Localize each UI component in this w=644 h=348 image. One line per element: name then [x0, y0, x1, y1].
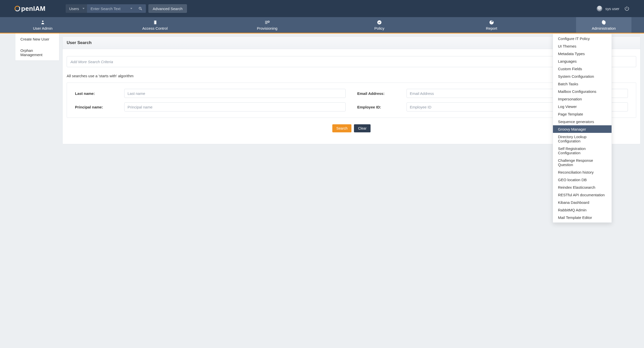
dropdown-item[interactable]: Self Registration Configuration	[553, 145, 612, 157]
power-icon[interactable]	[624, 6, 629, 11]
dropdown-item[interactable]: UI Themes	[553, 42, 612, 50]
avatar-icon	[597, 6, 602, 11]
caret-down-icon	[130, 8, 132, 9]
dropdown-item[interactable]: Reconciliation history	[553, 168, 612, 176]
advanced-search-button[interactable]: Advanced Search	[148, 4, 187, 13]
sidebar-item-label: Create New User	[20, 37, 49, 41]
entity-select[interactable]: Users	[66, 4, 87, 13]
dropdown-item[interactable]: Page Template	[553, 110, 612, 118]
checklist-icon	[264, 20, 270, 25]
field-label: Employee ID:	[357, 105, 407, 109]
actions: Search Clear	[67, 118, 636, 139]
dropdown-item[interactable]: Metadata Types	[553, 50, 612, 57]
svg-line-1	[141, 9, 142, 10]
user-icon	[40, 20, 46, 25]
field-label: Email Address:	[357, 91, 407, 96]
dropdown-item[interactable]: Mailbox Configurations	[553, 88, 612, 95]
principal-input[interactable]	[124, 102, 346, 111]
nav-report[interactable]: Report	[464, 17, 519, 33]
svg-rect-6	[265, 22, 267, 23]
pie-icon	[489, 20, 494, 25]
dropdown-item[interactable]: Sequence generators	[553, 118, 612, 125]
search-hint: All searches use a 'starts with' algorit…	[67, 74, 636, 78]
sidebar-item-orphan-management[interactable]: Orphan Management	[15, 45, 59, 60]
search-button[interactable]: Search	[332, 124, 351, 132]
topbar: penIAM Users Enter Search Text Advanced …	[0, 0, 644, 17]
dropdown-item[interactable]: RabbitMQ Admin	[553, 206, 612, 214]
nav-label: User Admin	[33, 26, 53, 30]
nav-administration[interactable]: Administration	[576, 17, 631, 33]
nav-label: Administration	[592, 26, 616, 30]
navbar: User Admin Access Control Provisioning P…	[0, 17, 644, 33]
nav-label: Provisioning	[257, 26, 277, 30]
field-label: Last name:	[75, 91, 124, 96]
topbar-right: sys user	[597, 6, 629, 11]
page: Create New User Orphan Management User S…	[0, 33, 644, 144]
nav-label: Report	[486, 26, 497, 30]
svg-point-9	[377, 20, 382, 24]
dropdown-item[interactable]: Languages	[553, 57, 612, 65]
check-circle-icon	[377, 20, 382, 25]
user-menu[interactable]: sys user	[597, 6, 619, 11]
sidebar-item-label: Orphan Management	[20, 48, 43, 57]
clear-button[interactable]: Clear	[354, 124, 370, 132]
field-last-name: Last name:	[75, 89, 346, 98]
search-button[interactable]	[135, 4, 146, 13]
dropdown-item[interactable]: GEO location DB	[553, 176, 612, 183]
logo-arc-icon	[15, 6, 20, 11]
dropdown-item[interactable]: Groovy Manager	[553, 125, 612, 133]
search-cluster: Users Enter Search Text Advanced Search	[66, 4, 187, 13]
entity-select-label: Users	[69, 7, 79, 11]
dropdown-item[interactable]: Reindex Elasticsearch	[553, 183, 612, 191]
field-label: Principal name:	[75, 105, 124, 109]
dropdown-item[interactable]: RESTful API documentation	[553, 191, 612, 199]
search-fields: Last name: Email Address: Principal name…	[67, 83, 636, 118]
svg-rect-7	[265, 23, 267, 24]
svg-point-0	[139, 7, 141, 9]
dropdown-item[interactable]: Log Viewer	[553, 103, 612, 110]
last-name-input[interactable]	[124, 89, 346, 98]
global-search-placeholder: Enter Search Text	[91, 7, 120, 11]
dropdown-item[interactable]: Challenge Response Question	[553, 157, 612, 168]
nav-user-admin[interactable]: User Admin	[15, 17, 70, 33]
dropdown-item[interactable]: Directory Lookup Configuration	[553, 133, 612, 145]
nav-provisioning[interactable]: Provisioning	[239, 17, 295, 33]
gear-icon	[601, 20, 607, 25]
criteria-input[interactable]	[67, 56, 636, 67]
dropdown-item[interactable]: Impersonation	[553, 95, 612, 103]
svg-point-2	[42, 20, 44, 22]
sidebar: Create New User Orphan Management	[0, 33, 59, 144]
dropdown-item[interactable]: System Configuration	[553, 72, 612, 80]
book-icon	[152, 20, 158, 25]
nav-policy[interactable]: Policy	[352, 17, 407, 33]
logo[interactable]: penIAM	[15, 5, 46, 13]
dropdown-item[interactable]: Custom Fields	[553, 65, 612, 72]
nav-label: Policy	[374, 26, 384, 30]
dropdown-item[interactable]: Batch Tasks	[553, 80, 612, 88]
field-principal: Principal name:	[75, 102, 346, 111]
username-label: sys user	[605, 7, 619, 11]
sidebar-item-create-user[interactable]: Create New User	[15, 33, 59, 45]
dropdown-item[interactable]: Kibana Dashboard	[553, 199, 612, 206]
svg-rect-5	[265, 21, 267, 21]
svg-rect-4	[154, 20, 154, 24]
administration-dropdown: Configure IT PolicyUI ThemesMetadata Typ…	[553, 33, 612, 223]
dropdown-item[interactable]: Mail Template Editor	[553, 214, 612, 222]
global-search-input[interactable]: Enter Search Text	[87, 4, 135, 13]
nav-label: Access Control	[142, 26, 168, 30]
advanced-search-label: Advanced Search	[153, 7, 182, 11]
nav-access-control[interactable]: Access Control	[127, 17, 183, 33]
caret-down-icon	[83, 8, 85, 9]
search-icon	[138, 7, 142, 11]
dropdown-item[interactable]: Configure IT Policy	[553, 34, 612, 42]
logo-text: penIAM	[21, 5, 46, 13]
